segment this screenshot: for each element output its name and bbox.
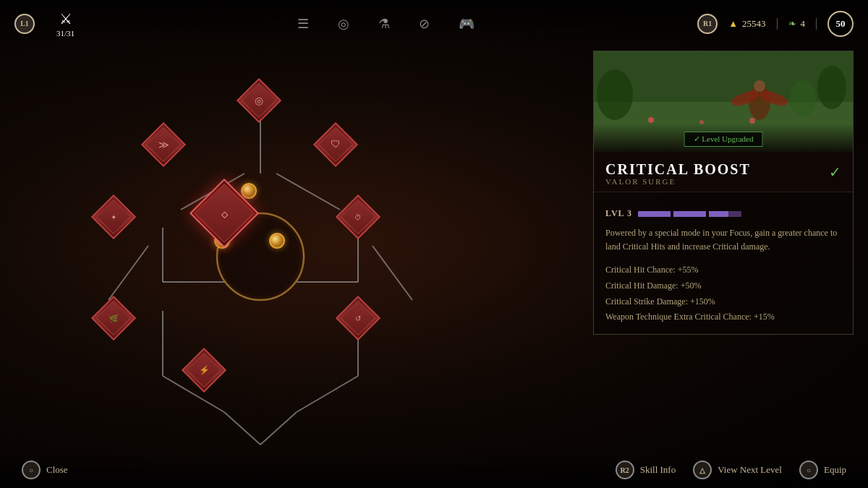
nav-center: ☰ ◎ ⚗ ⊘ 🎮 [297, 16, 475, 32]
level-bar-2 [673, 211, 706, 217]
svg-point-24 [699, 120, 704, 124]
svg-point-21 [790, 80, 816, 116]
triangle-button[interactable]: △ [693, 461, 712, 479]
xp-icon: ▲ [728, 18, 738, 30]
svg-point-27 [754, 80, 765, 92]
skill-info-label: Skill Info [640, 464, 676, 476]
xp-stat: ▲ 25543 [728, 18, 765, 30]
bottom-bar: ○ Close R2 Skill Info △ View Next Level … [0, 452, 868, 488]
xp-value: 25543 [742, 18, 766, 30]
skill-info-action[interactable]: R2 Skill Info [616, 461, 676, 479]
stat-2: Critical Hit Damage: +50% [605, 278, 841, 294]
nav-icon-controller[interactable]: 🎮 [459, 16, 475, 32]
equip-label: Equip [824, 464, 846, 476]
skill-subtitle: VALOR SURGE [605, 177, 841, 186]
top-navigation: L1 ⚔ 31/31 ☰ ◎ ⚗ ⊘ 🎮 R1 ▲ 25543 ❧ 4 [0, 0, 868, 47]
svg-point-23 [648, 117, 654, 123]
stat-1: Critical Hit Chance: +55% [605, 262, 841, 278]
skill-description: Powered by a special mode in your Focus,… [605, 226, 841, 254]
level-upgraded-badge: ✓ Level Upgraded [684, 132, 763, 147]
equip-action[interactable]: ○ Equip [799, 461, 846, 479]
nav-icon-cancel[interactable]: ⊘ [419, 16, 430, 32]
info-header: CRITICAL BOOST VALOR SURGE [594, 153, 853, 192]
close-label: Close [46, 464, 68, 476]
svg-point-25 [749, 118, 755, 124]
level-bar-1 [638, 211, 671, 217]
nav-right: R1 ▲ 25543 ❧ 4 50 [697, 11, 854, 37]
svg-point-19 [597, 69, 633, 120]
skill-preview-image: ✓ Level Upgraded [594, 51, 853, 153]
nav-icon-target[interactable]: ◎ [338, 16, 349, 32]
r2-button[interactable]: R2 [616, 461, 634, 479]
r1-button[interactable]: R1 [697, 14, 718, 34]
bottom-right-actions: R2 Skill Info △ View Next Level ○ Equip [616, 461, 846, 479]
view-next-label: View Next Level [718, 464, 782, 476]
close-action[interactable]: ○ Close [22, 461, 68, 479]
level-bar-3 [709, 211, 741, 217]
l1-button[interactable]: L1 [14, 14, 35, 34]
leaf-stat: ❧ 4 [788, 18, 806, 30]
level-bar-section: LVL 3 [605, 208, 841, 219]
close-button[interactable]: ○ [22, 461, 41, 479]
leaf-value: 4 [801, 18, 806, 30]
stat-4: Weapon Technique Extra Critical Chance: … [605, 309, 841, 325]
equipped-checkmark: ✓ [829, 163, 841, 181]
nav-icon-flask[interactable]: ⚗ [378, 16, 390, 32]
nav-icon-scroll[interactable]: ☰ [297, 16, 309, 32]
skill-stats: Critical Hit Chance: +55% Critical Hit D… [605, 262, 841, 325]
nav-skill-tree[interactable]: ⚔ 31/31 [56, 10, 75, 38]
stat-3: Critical Strike Damage: +150% [605, 294, 841, 310]
leaf-icon: ❧ [788, 18, 796, 30]
skill-title: CRITICAL BOOST [605, 161, 841, 177]
level-bars [638, 211, 741, 217]
skill-info-panel: ✓ Level Upgraded CRITICAL BOOST VALOR SU… [593, 51, 854, 335]
player-level: 50 [827, 11, 854, 37]
level-label: LVL 3 [605, 208, 632, 219]
info-content: LVL 3 Powered by a special mode in your … [594, 192, 853, 334]
view-next-action[interactable]: △ View Next Level [693, 461, 782, 479]
equip-button[interactable]: ○ [799, 461, 818, 479]
nav-left: L1 ⚔ 31/31 [14, 10, 75, 38]
svg-point-20 [817, 66, 846, 109]
gold-orb-bottom-right [269, 233, 285, 249]
